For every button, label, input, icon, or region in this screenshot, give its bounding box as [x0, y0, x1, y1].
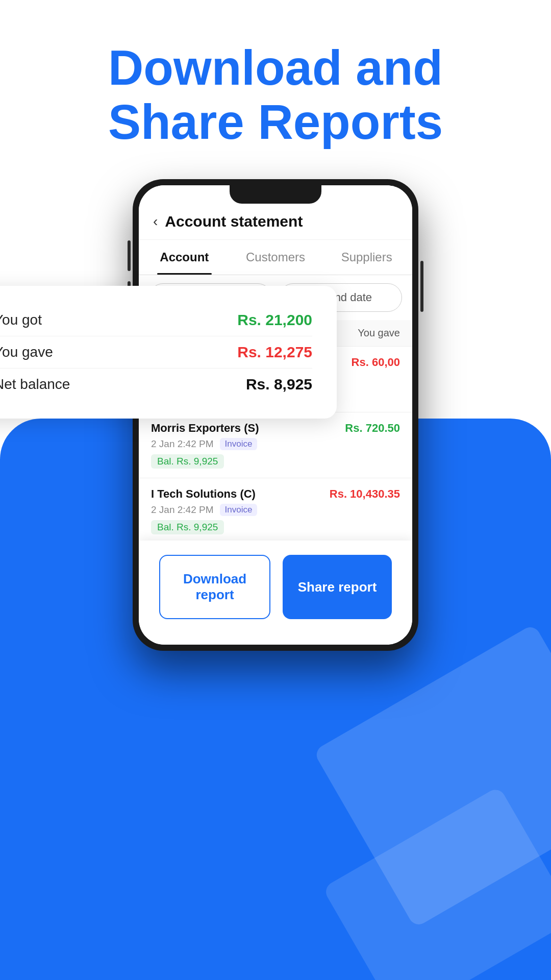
share-report-button[interactable]: Share report [283, 555, 392, 619]
power-button [420, 261, 423, 312]
summary-got-value: Rs. 21,200 [237, 311, 312, 329]
entry-balance: Bal. Rs. 9,925 [151, 454, 224, 469]
entry-date: 2 Jan 2:42 PM [151, 504, 214, 516]
summary-row-got: You got Rs. 21,200 [0, 304, 312, 336]
entry-amount: Rs. 720.50 [345, 422, 400, 435]
entry-name: Morris Exporters (S) [151, 422, 259, 435]
entry-amount: Rs. 10,430.35 [330, 487, 400, 501]
tab-account[interactable]: Account [139, 240, 230, 275]
col-you-gave: You gave [358, 327, 400, 339]
summary-gave-label: You gave [0, 344, 53, 360]
entry-balance: Bal. Rs. 9,925 [151, 520, 224, 534]
entry-item[interactable]: Morris Exporters (S) Rs. 720.50 2 Jan 2:… [139, 412, 412, 478]
tabs-container: Account Customers Suppliers [139, 240, 412, 275]
tab-suppliers[interactable]: Suppliers [321, 240, 412, 275]
bottom-action-panel: Download report Share report [139, 541, 412, 645]
entry-name: I Tech Solutions (C) [151, 487, 256, 501]
summary-card: You got Rs. 21,200 You gave Rs. 12,275 N… [0, 286, 337, 419]
back-button[interactable]: ‹ [153, 213, 158, 230]
download-report-button[interactable]: Download report [159, 555, 270, 619]
hero-header: Download and Share Reports [0, 0, 551, 169]
summary-gave-value: Rs. 12,275 [237, 344, 312, 361]
hero-title: Download and Share Reports [31, 41, 520, 149]
entry-meta: 2 Jan 2:42 PM Invoice [151, 438, 400, 450]
phone-notch [230, 185, 321, 204]
summary-net-value: Rs. 8,925 [246, 376, 312, 393]
summary-row-net: Net balance Rs. 8,925 [0, 368, 312, 400]
entry-date: 2 Jan 2:42 PM [151, 438, 214, 450]
tab-customers[interactable]: Customers [230, 240, 321, 275]
screen-title: Account statement [165, 213, 303, 230]
summary-got-label: You got [0, 312, 42, 328]
summary-net-label: Net balance [0, 376, 70, 393]
entry-meta: 2 Jan 2:42 PM Invoice [151, 504, 400, 516]
volume-up-button [128, 240, 131, 271]
entry-item[interactable]: I Tech Solutions (C) Rs. 10,430.35 2 Jan… [139, 478, 412, 544]
entry-amount: Rs. 60,00 [352, 356, 400, 369]
entry-tag: Invoice [220, 438, 258, 450]
summary-row-gave: You gave Rs. 12,275 [0, 336, 312, 368]
entry-tag: Invoice [220, 504, 258, 516]
